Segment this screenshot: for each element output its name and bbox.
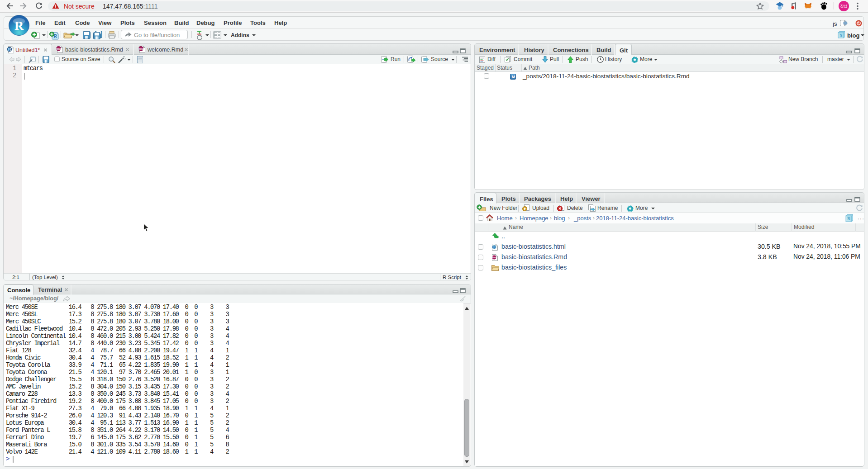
svg-text:Rmd: Rmd xyxy=(56,47,61,50)
svg-text:Rmd: Rmd xyxy=(492,256,496,259)
svg-text:R: R xyxy=(8,47,11,52)
svg-text:R: R xyxy=(839,33,842,38)
svg-text:R: R xyxy=(847,216,850,221)
svg-text:Rmd: Rmd xyxy=(138,47,143,50)
svg-text:R: R xyxy=(14,19,24,33)
